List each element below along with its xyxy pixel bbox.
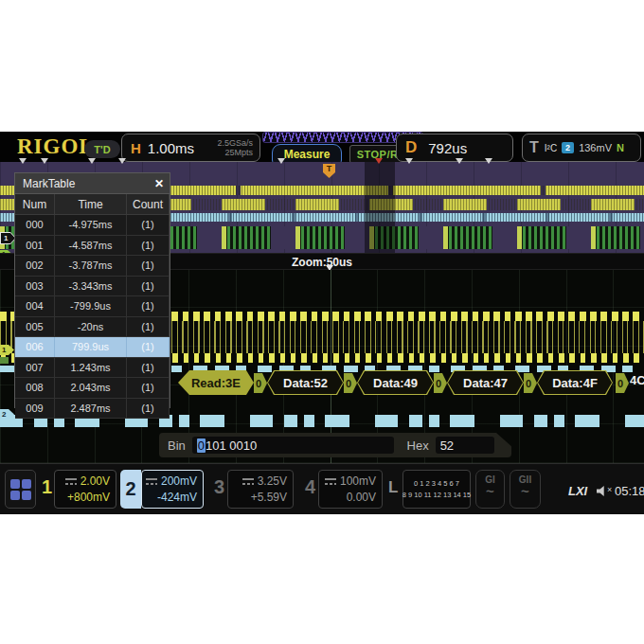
trigger-level: 136mV — [579, 142, 612, 153]
dc-coupling-icon — [242, 478, 254, 485]
digital-channel-marker[interactable] — [485, 158, 492, 168]
decode-data-frame: Data:47 — [447, 370, 524, 395]
memory-depth: 25Mpts — [217, 148, 253, 157]
marktable-header: Num Time Count — [15, 194, 170, 215]
table-row[interactable]: 002-3.787ms(1) — [15, 256, 170, 277]
decode-data-frame: Data:4F — [537, 370, 613, 395]
trigger-type: I²C — [545, 143, 557, 153]
bin-value-field[interactable]: 0101 0010 — [192, 437, 394, 454]
channel4-settings[interactable]: 100mV 0.00V — [318, 470, 383, 509]
dc-coupling-icon — [325, 478, 336, 485]
digital-channel-marker[interactable] — [118, 158, 126, 168]
column-time: Time — [55, 194, 127, 214]
dc-coupling-icon — [65, 478, 77, 485]
h-label: H — [131, 140, 141, 156]
decode-data-frame-partial: 4C — [630, 373, 644, 387]
digital-channel-marker[interactable] — [41, 158, 48, 168]
menu-grid-button[interactable] — [5, 470, 36, 509]
digital-channel-marker[interactable] — [19, 158, 27, 168]
table-row-selected[interactable]: 006799.9us(1) — [15, 337, 170, 358]
sine-icon: ~ — [476, 486, 504, 497]
trigger-slope: N — [617, 142, 624, 153]
channel2-tab[interactable]: 2 — [120, 470, 141, 509]
channel1-tab[interactable]: 1 — [42, 476, 52, 498]
channel3-settings[interactable]: 3.25V +5.59V — [227, 470, 294, 509]
table-row[interactable]: 004-799.9us(1) — [15, 296, 170, 317]
decode-data-frame: Data:49 — [357, 370, 434, 395]
table-row[interactable]: 001-4.587ms(1) — [15, 236, 170, 257]
dc-coupling-icon — [146, 478, 157, 485]
timebase-value: 1.00ms — [148, 140, 194, 156]
sine-icon: ~ — [510, 486, 540, 497]
system-time: 05:18 — [615, 484, 644, 498]
decode-data-frame: Data:52 — [267, 370, 344, 395]
digital-channel-marker[interactable] — [277, 158, 285, 168]
trigger-status-badge: T'D — [84, 140, 120, 158]
column-count: Count — [127, 194, 170, 214]
channel2-settings[interactable]: 200mV -424mV — [141, 470, 204, 509]
lxi-indicator: LXI — [568, 484, 587, 498]
decode-value-bar: Bin 0101 0010 Hex 52 — [159, 433, 511, 457]
speaker-muted-x: × — [607, 485, 612, 494]
speaker-muted-icon[interactable] — [597, 486, 607, 496]
marktable-title: MarkTable — [23, 177, 75, 190]
rigol-logo: RIGOL — [17, 134, 95, 159]
delay-settings[interactable]: D 792us — [396, 134, 513, 162]
oscilloscope-screen: RIGOL T'D H 1.00ms 2.5GSa/s 25Mpts Measu… — [0, 132, 644, 514]
bin-label: Bin — [168, 438, 186, 453]
page: RIGOL T'D H 1.00ms 2.5GSa/s 25Mpts Measu… — [0, 0, 644, 644]
hex-value-field[interactable]: 52 — [436, 437, 494, 454]
bin-cursor: 0 — [197, 438, 206, 453]
table-row[interactable]: 0071.243ms(1) — [15, 358, 170, 379]
sample-rate: 2.5GSa/s — [217, 138, 253, 148]
digital-channel-marker[interactable] — [88, 158, 96, 168]
digital-channel-marker[interactable] — [456, 158, 463, 168]
la-row1: 0 1 2 3 4 5 6 7 — [414, 479, 459, 488]
table-row[interactable]: 0082.043ms(1) — [15, 378, 170, 399]
logic-analyzer-tab[interactable]: L — [388, 478, 398, 497]
la-row2: 8 9 10 11 12 13 14 15 — [402, 491, 471, 499]
acquisition-info: 2.5GSa/s 25Mpts — [217, 138, 259, 157]
close-icon[interactable]: ✕ — [149, 177, 170, 190]
d-label: D — [405, 138, 417, 157]
table-row[interactable]: 005-20ns(1) — [15, 317, 170, 338]
trigger-settings[interactable]: T I²C 2 136mV N — [522, 134, 641, 162]
delay-value: 792us — [428, 140, 467, 156]
marktable-titlebar[interactable]: MarkTable ✕ — [15, 173, 170, 194]
trigger-source-badge: 2 — [562, 142, 574, 153]
decode-read-frame: Read:3E — [178, 370, 254, 395]
generator2-button[interactable]: GII ~ — [510, 470, 541, 509]
channel3-tab[interactable]: 3 — [214, 476, 224, 498]
generator1-button[interactable]: GI ~ — [475, 470, 505, 509]
table-row[interactable]: 003-3.343ms(1) — [15, 277, 170, 297]
channel1-settings[interactable]: 2.00V +800mV — [54, 470, 116, 509]
t-label: T — [529, 139, 539, 156]
marktable-panel: MarkTable ✕ Num Time Count 000-4.975ms(1… — [14, 172, 170, 408]
column-num: Num — [15, 194, 55, 214]
horizontal-settings[interactable]: H 1.00ms 2.5GSa/s 25Mpts — [121, 134, 260, 162]
table-row[interactable]: 0092.487ms(1) — [15, 399, 170, 420]
grid-icon — [10, 479, 31, 500]
table-row[interactable]: 000-4.975ms(1) — [15, 215, 170, 236]
trigger-position-marker[interactable] — [375, 158, 383, 168]
logic-analyzer-channels[interactable]: 0 1 2 3 4 5 6 7 8 9 10 11 12 13 14 15 — [402, 470, 471, 509]
zoom-digital-marker[interactable] — [0, 357, 9, 364]
channel4-tab[interactable]: 4 — [305, 476, 315, 498]
digital-channel-marker[interactable] — [405, 158, 413, 168]
status-bar: 1 2.00V +800mV 2 200mV -424mV 3 3.25V +5… — [0, 463, 644, 514]
zoom-region-shade[interactable] — [365, 162, 395, 253]
hex-label: Hex — [407, 438, 429, 453]
